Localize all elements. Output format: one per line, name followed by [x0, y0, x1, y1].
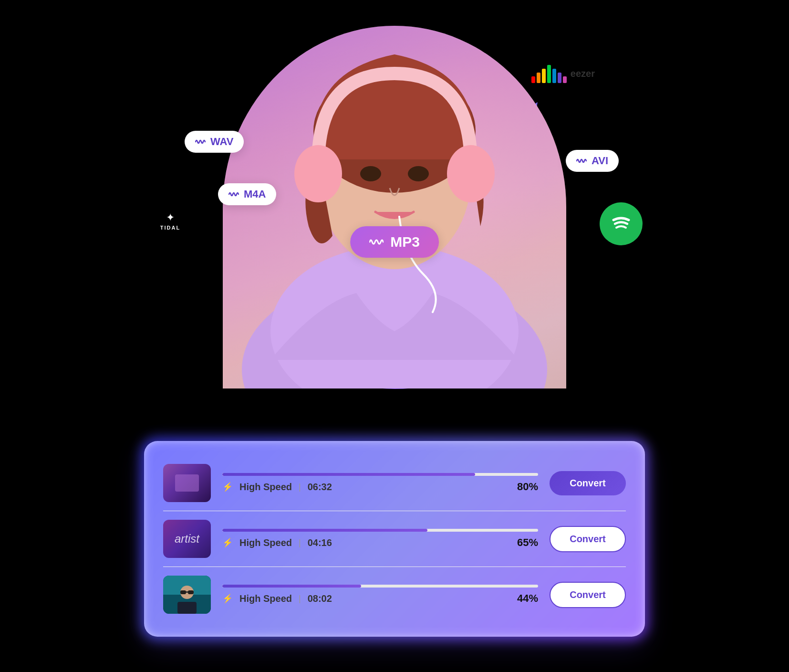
- svg-rect-15: [180, 590, 186, 594]
- speed-icon-2: ⚡: [222, 537, 233, 548]
- duration-2: 04:16: [308, 537, 332, 548]
- progress-bar-fill-2: [222, 529, 427, 532]
- deezer-logo: eezer: [531, 64, 595, 83]
- track-meta-2: ⚡ High Speed | 04:16 65%: [222, 536, 538, 549]
- progress-bar-container-2: [222, 529, 538, 532]
- spotify-logo: [600, 202, 643, 245]
- track-thumbnail-1: [163, 464, 211, 502]
- mp3-wave-icon: [369, 236, 384, 248]
- tidal-label: TIDAL: [160, 225, 180, 231]
- speed-label-1: High Speed: [239, 482, 292, 493]
- wav-badge: WAV: [185, 131, 244, 153]
- avi-label: AVI: [592, 155, 608, 167]
- svg-point-10: [408, 166, 429, 181]
- svg-rect-17: [186, 591, 188, 593]
- avi-wave-icon: [576, 157, 587, 165]
- progress-bar-container-3: [222, 585, 538, 588]
- progress-bar-fill-1: [222, 473, 475, 476]
- svg-rect-14: [177, 602, 197, 614]
- m4a-badge: M4A: [218, 183, 276, 205]
- convert-button-2[interactable]: Convert: [550, 526, 626, 552]
- scene: eezer ✦ TIDAL WAV M4A MP3: [108, 26, 681, 646]
- track-meta-1: ⚡ High Speed | 06:32 80%: [222, 481, 538, 493]
- separator-3: |: [299, 594, 301, 604]
- thumbnail-graphic-3: [163, 576, 211, 614]
- duration-1: 06:32: [308, 482, 332, 493]
- table-row: artist ⚡ High Speed | 04:16 65% Convert: [163, 511, 626, 567]
- svg-point-9: [360, 166, 381, 181]
- speed-icon-3: ⚡: [222, 593, 233, 604]
- m4a-label: M4A: [244, 188, 266, 200]
- separator-2: |: [299, 538, 301, 548]
- thumbnail-text-2: artist: [175, 532, 199, 546]
- hero-image: [223, 26, 566, 388]
- svg-point-7: [294, 145, 342, 202]
- mp3-badge: MP3: [350, 226, 439, 258]
- track-info-2: ⚡ High Speed | 04:16 65%: [222, 529, 538, 549]
- speed-label-3: High Speed: [239, 593, 292, 604]
- percent-1: 80%: [517, 481, 538, 493]
- track-info-1: ⚡ High Speed | 06:32 80%: [222, 473, 538, 493]
- conversion-panel: ⚡ High Speed | 06:32 80% Convert artist …: [144, 441, 645, 637]
- separator-1: |: [299, 482, 301, 492]
- track-meta-3: ⚡ High Speed | 08:02 44%: [222, 592, 538, 605]
- track-thumbnail-2: artist: [163, 520, 211, 558]
- thumbnail-graphic-1: [175, 474, 199, 492]
- track-info-3: ⚡ High Speed | 08:02 44%: [222, 585, 538, 605]
- progress-bar-container-1: [222, 473, 538, 476]
- svg-point-8: [447, 145, 495, 202]
- m4a-wave-icon: [228, 190, 239, 199]
- track-thumbnail-3: [163, 576, 211, 614]
- speed-label-2: High Speed: [239, 537, 292, 548]
- tidal-asterisk: ✦: [166, 212, 175, 223]
- svg-rect-16: [188, 590, 194, 594]
- progress-bar-fill-3: [222, 585, 361, 588]
- spotify-icon: [609, 211, 633, 236]
- percent-2: 65%: [517, 536, 538, 549]
- deezer-label: eezer: [571, 68, 595, 79]
- convert-button-3[interactable]: Convert: [550, 582, 626, 608]
- speed-icon-1: ⚡: [222, 482, 233, 492]
- deezer-bars: [531, 64, 567, 83]
- wav-label: WAV: [210, 136, 233, 148]
- percent-3: 44%: [517, 592, 538, 605]
- avi-badge: AVI: [566, 150, 619, 172]
- table-row: ⚡ High Speed | 08:02 44% Convert: [163, 567, 626, 622]
- wav-wave-icon: [195, 137, 206, 146]
- convert-button-1[interactable]: Convert: [550, 471, 626, 495]
- duration-3: 08:02: [308, 593, 332, 604]
- tidal-logo: ✦ TIDAL: [146, 198, 194, 245]
- mp3-label: MP3: [390, 234, 420, 250]
- table-row: ⚡ High Speed | 06:32 80% Convert: [163, 455, 626, 511]
